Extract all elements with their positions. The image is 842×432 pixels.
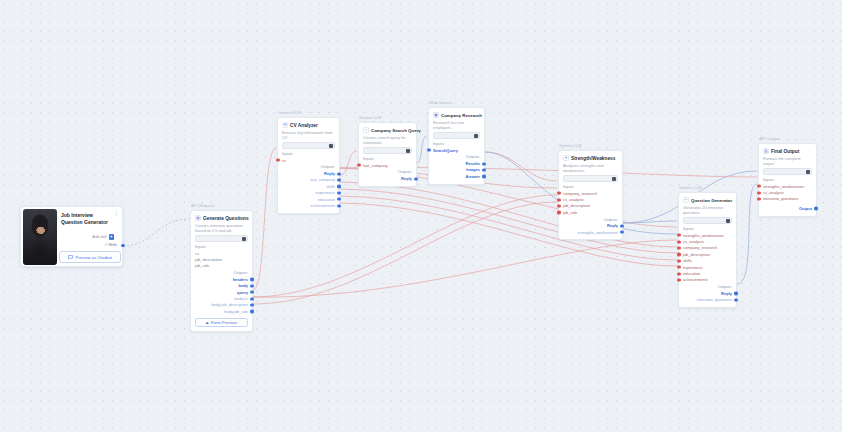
input-port[interactable] (677, 234, 680, 237)
node-final-output[interactable]: API Output ▥ Final Output Formats the co… (758, 136, 817, 217)
node-title: Final Output (771, 149, 799, 154)
add-skill-button[interactable]: + (109, 234, 115, 240)
input-port[interactable] (757, 185, 760, 188)
output-port[interactable] (734, 298, 737, 301)
input-port[interactable] (557, 204, 560, 207)
output-port[interactable] (734, 292, 737, 295)
node-generate-questions[interactable]: API Request ▤ Generate Questions Creates… (190, 203, 253, 332)
output-port[interactable] (337, 178, 340, 181)
input-port[interactable] (557, 192, 560, 195)
output-port[interactable] (620, 224, 623, 227)
edge-jobdesc-to-qg (253, 240, 677, 297)
card-title-line2: Question Generator (61, 219, 121, 226)
skills-output-port[interactable] (121, 244, 124, 247)
input-label: last_company (363, 163, 388, 168)
edge-lastcompany (340, 151, 357, 175)
model-select-icon (329, 144, 333, 148)
generate-questions-icon: ▤ (195, 215, 201, 221)
input-port[interactable] (677, 278, 680, 281)
inputs-label: Inputs: (433, 142, 480, 146)
node-description: Creates interview questions based on CV … (195, 223, 248, 233)
edge-education-to-qg (340, 196, 677, 260)
output-label: education (318, 197, 335, 202)
output-label: body.job_description (212, 302, 248, 307)
input-label: job_description (195, 257, 222, 262)
input-label: job_description (563, 203, 590, 208)
input-port[interactable] (757, 197, 760, 200)
form-preview-button[interactable]: ▶ Form Preview (195, 318, 248, 327)
edge-experience-to-qg (340, 189, 677, 253)
model-select[interactable] (195, 235, 248, 242)
output-port[interactable] (337, 191, 340, 194)
chatbot-card[interactable]: Job Interview Question Generator ⋮ Add s… (20, 206, 123, 267)
node-company-search-query[interactable]: Gemini LLM ⌕ Company Search Query Create… (358, 115, 417, 187)
input-port[interactable] (677, 253, 680, 256)
node-category: Gemini LLM (558, 143, 623, 150)
input-label: job_role (195, 263, 209, 268)
node-question-generator[interactable]: Gemini LLM ✧ Question Generator Generate… (678, 185, 737, 308)
output-port[interactable] (620, 231, 623, 234)
outputs-label: Outputs: (282, 165, 335, 169)
output-port[interactable] (250, 278, 253, 281)
node-description: Research last two employers (433, 120, 480, 130)
output-label: Results (466, 161, 480, 166)
input-port[interactable] (757, 191, 760, 194)
model-select[interactable] (763, 168, 812, 175)
output-label: Answer (466, 174, 480, 179)
output-port[interactable] (250, 303, 253, 306)
output-port[interactable] (250, 310, 253, 313)
input-label: job_role (563, 210, 577, 215)
flow-canvas[interactable]: Job Interview Question Generator ⋮ Add s… (0, 0, 842, 432)
outputs-label: Outputs: (195, 271, 248, 275)
outputs-label: Outputs: (433, 155, 480, 159)
node-description: Extracts key information from CV (282, 130, 335, 140)
output-port[interactable] (482, 175, 485, 178)
preview-chatbot-label: Preview as Chatbot (76, 255, 112, 260)
output-port[interactable] (250, 297, 253, 300)
output-port[interactable] (337, 185, 340, 188)
edge-reply-to-searchquery (417, 136, 427, 163)
inputs-label: Inputs: (563, 185, 618, 189)
input-port[interactable] (677, 259, 680, 262)
model-select[interactable] (282, 142, 335, 149)
node-title: Company Search Query (371, 128, 421, 133)
node-company-research[interactable]: Web Search ▦ Company Research Research l… (428, 100, 485, 185)
output-port[interactable] (482, 162, 485, 165)
output-port[interactable] (250, 284, 253, 287)
input-port[interactable] (677, 246, 680, 249)
model-select[interactable] (563, 175, 618, 182)
input-port[interactable] (357, 164, 360, 167)
play-icon: ▶ (206, 321, 209, 325)
node-strength-weakness[interactable]: Gemini LLM ✦ Strength/Weakness Analyzes … (558, 143, 623, 240)
inputs-label: Inputs: (763, 178, 812, 182)
output-label: body.job_role (224, 309, 248, 314)
node-cv-analyzer[interactable]: Gemini LLM ☰ CV Analyzer Extracts key in… (277, 110, 340, 214)
input-port[interactable] (557, 198, 560, 201)
preview-chatbot-button[interactable]: Preview as Chatbot (59, 251, 121, 263)
output-port[interactable] (337, 172, 340, 175)
model-select[interactable] (683, 217, 732, 224)
input-port[interactable] (677, 272, 680, 275)
output-port[interactable] (482, 168, 485, 171)
model-select-icon (474, 134, 478, 138)
output-port[interactable] (337, 198, 340, 201)
edge-questions-to-final (737, 184, 757, 284)
input-port[interactable] (557, 211, 560, 214)
output-port[interactable] (250, 291, 253, 294)
input-port[interactable] (427, 149, 430, 152)
kebab-menu-icon[interactable]: ⋮ (114, 211, 120, 216)
output-port[interactable] (414, 177, 417, 180)
input-port[interactable] (276, 159, 279, 162)
output-label: skills (326, 184, 335, 189)
input-port[interactable] (677, 240, 680, 243)
output-port[interactable] (337, 204, 340, 207)
input-label: cv_analysis (763, 190, 784, 195)
input-label: interview_questions (763, 196, 798, 201)
model-select[interactable] (363, 147, 412, 154)
output-port[interactable] (814, 207, 817, 210)
model-select-icon (242, 237, 246, 241)
company-research-icon: ▦ (433, 112, 439, 118)
input-port[interactable] (677, 266, 680, 269)
skills-label: # Skills (105, 243, 117, 247)
model-select[interactable] (433, 132, 480, 139)
